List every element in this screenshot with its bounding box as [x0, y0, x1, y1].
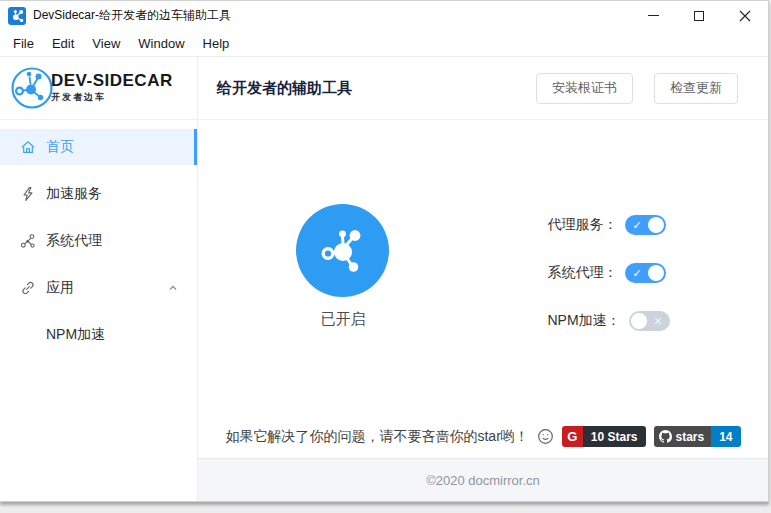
copyright-text: ©2020 docmirror.cn: [426, 473, 540, 488]
switches-column: 代理服务： ✓ 系统代理： ✓: [547, 204, 669, 331]
check-update-button[interactable]: 检查更新: [654, 73, 738, 104]
switch-row-system-proxy: 系统代理： ✓: [547, 263, 669, 283]
proxy-service-toggle[interactable]: ✓: [625, 215, 666, 235]
status-column: 已开启: [296, 204, 389, 329]
chevron-up-icon[interactable]: [167, 282, 179, 294]
app-logo: DEV-SIDECAR 开发者边车: [0, 57, 197, 120]
toggle-knob: [648, 265, 664, 281]
sidebar-item-apps[interactable]: 应用: [0, 270, 197, 306]
gitee-icon: G: [562, 426, 583, 447]
logo-text: DEV-SIDECAR 开发者边车: [51, 72, 173, 104]
main-panel: 给开发者的辅助工具 安装根证书 检查更新: [198, 57, 768, 501]
menu-edit[interactable]: Edit: [43, 36, 83, 51]
window-title: DevSidecar-给开发者的边车辅助工具: [33, 7, 231, 24]
footer: ©2020 docmirror.cn: [198, 458, 768, 501]
star-row: 如果它解决了你的问题，请不要吝啬你的star哟！ G 10 Stars: [198, 426, 768, 447]
status-label: 已开启: [320, 310, 365, 329]
sidebar-item-label: 首页: [46, 138, 74, 156]
app-window: DevSidecar-给开发者的边车辅助工具 File Edit View Wi…: [0, 0, 769, 502]
github-stars-label: stars: [676, 430, 705, 444]
status-power-button[interactable]: [296, 204, 389, 297]
nodes-icon: [20, 233, 36, 249]
page-title: 给开发者的辅助工具: [217, 79, 352, 98]
menu-bar: File Edit View Window Help: [0, 30, 768, 57]
network-share-icon: [317, 225, 369, 277]
smiley-icon: [537, 428, 554, 445]
logo-network-circle-icon: [9, 65, 55, 111]
link-icon: [20, 280, 36, 296]
sidebar-item-acceleration[interactable]: 加速服务: [0, 176, 197, 212]
app-icon: [8, 7, 26, 25]
close-button[interactable]: [722, 1, 768, 30]
window-controls: [630, 1, 768, 30]
content-area: 已开启 代理服务： ✓ 系统代理：: [198, 120, 768, 501]
menu-view[interactable]: View: [83, 36, 129, 51]
sidebar-item-home[interactable]: 首页: [0, 129, 197, 165]
install-root-cert-button[interactable]: 安装根证书: [536, 73, 633, 104]
switch-row-npm-acceleration: NPM加速： ✕: [547, 311, 669, 331]
x-icon: ✕: [653, 311, 662, 331]
star-message: 如果它解决了你的问题，请不要吝啬你的star哟！: [225, 428, 528, 446]
sidebar-item-system-proxy[interactable]: 系统代理: [0, 223, 197, 259]
home-icon: [20, 139, 36, 155]
github-stars-badge[interactable]: stars 14: [654, 426, 741, 447]
github-badge-left: stars: [654, 426, 712, 447]
minimize-button[interactable]: [630, 1, 676, 30]
check-icon: ✓: [632, 263, 641, 283]
logo-title: DEV-SIDECAR: [51, 72, 173, 89]
gitee-stars-badge[interactable]: G 10 Stars: [562, 426, 646, 447]
hero-section: 已开启 代理服务： ✓ 系统代理：: [198, 120, 768, 331]
github-octocat-icon: [659, 430, 672, 443]
system-proxy-toggle[interactable]: ✓: [625, 263, 666, 283]
sidebar-item-label: 加速服务: [46, 185, 102, 203]
switch-label: 代理服务：: [547, 216, 617, 234]
sidebar-nav: 首页 加速服务: [0, 120, 197, 364]
maximize-icon: [694, 11, 704, 21]
menu-window[interactable]: Window: [129, 36, 193, 51]
maximize-button[interactable]: [676, 1, 722, 30]
lightning-icon: [20, 186, 36, 202]
menu-help[interactable]: Help: [194, 36, 239, 51]
logo-subtitle: 开发者边车: [51, 91, 173, 104]
header-buttons: 安装根证书 检查更新: [536, 73, 738, 104]
sidebar-item-label: NPM加速: [46, 326, 105, 344]
sidebar: DEV-SIDECAR 开发者边车 首页: [0, 57, 198, 501]
github-stars-count: 14: [711, 426, 740, 447]
sidebar-item-label: 系统代理: [46, 232, 102, 250]
gitee-stars-count: 10 Stars: [583, 426, 646, 447]
toggle-knob: [648, 217, 664, 233]
close-icon: [739, 10, 751, 22]
switch-row-proxy-service: 代理服务： ✓: [547, 215, 669, 235]
menu-file[interactable]: File: [4, 36, 43, 51]
sidebar-item-npm-acceleration[interactable]: NPM加速: [0, 317, 197, 353]
check-icon: ✓: [632, 215, 641, 235]
minimize-icon: [648, 15, 659, 16]
sidebar-item-label: 应用: [46, 279, 74, 297]
toggle-knob: [631, 313, 647, 329]
switch-label: NPM加速：: [547, 312, 620, 330]
page-header: 给开发者的辅助工具 安装根证书 检查更新: [198, 57, 768, 120]
npm-acceleration-toggle[interactable]: ✕: [629, 311, 670, 331]
title-bar: DevSidecar-给开发者的边车辅助工具: [0, 1, 768, 30]
switch-label: 系统代理：: [547, 264, 617, 282]
